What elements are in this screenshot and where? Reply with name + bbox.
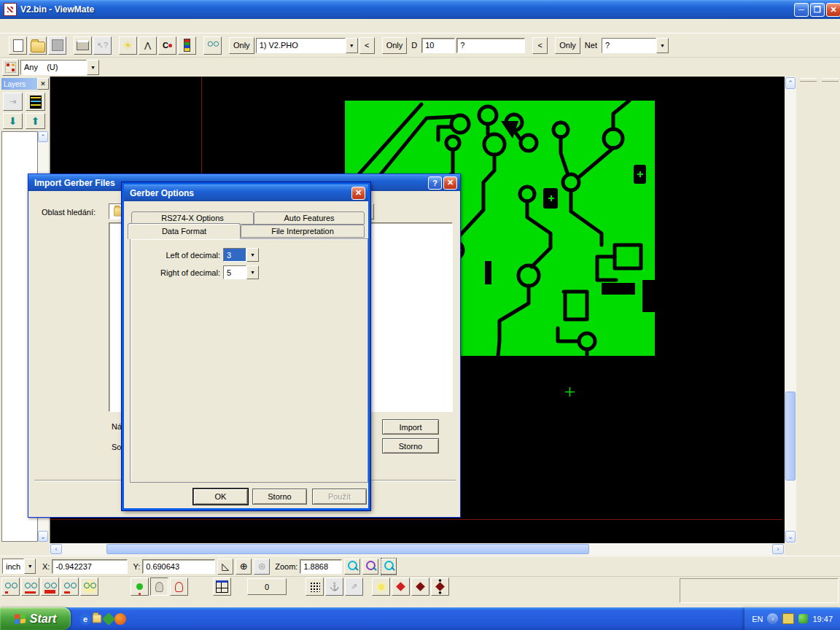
dcode-label: D [408, 38, 420, 53]
view-all-icon[interactable] [1, 578, 20, 596]
zoom-select-icon[interactable] [362, 559, 378, 575]
ok-button[interactable]: OK [193, 489, 248, 505]
chevron-down-icon[interactable]: ▼ [346, 38, 358, 53]
canvas-vscrollbar[interactable]: ⌃ ⌄ [785, 77, 796, 543]
chevron-down-icon[interactable]: ▼ [87, 60, 99, 75]
circle-film-icon[interactable]: C [158, 36, 176, 55]
zoom-label: Zoom: [275, 562, 298, 571]
tray-messenger-icon[interactable] [798, 614, 808, 623]
quicklaunch-ie-icon[interactable]: e [79, 613, 91, 625]
view-pads-icon[interactable] [41, 578, 59, 596]
canvas-hscrollbar[interactable]: ‹ › [50, 543, 785, 555]
left-of-decimal-combo[interactable]: 3 ▼ [223, 248, 259, 262]
zoom-value-input[interactable]: 1.8868 [300, 559, 342, 574]
viewmate-app-window: V2.bin - ViewMate ─ ❐ ✕ ↖? ☀ ⋀ C Only 1)… [0, 0, 840, 630]
open-file-icon[interactable] [28, 36, 47, 55]
only-dcode-button[interactable]: Only [382, 37, 408, 54]
aperture-dots-icon[interactable] [2, 59, 19, 76]
layer-up-icon[interactable]: ⬆ [26, 113, 45, 129]
titlebar[interactable]: V2.bin - ViewMate ─ ❐ ✕ [0, 0, 840, 19]
highlight-on-icon[interactable] [131, 578, 149, 596]
scroll-up-icon[interactable]: ⌃ [785, 77, 796, 89]
measure-icon[interactable]: ◺ [217, 559, 233, 575]
color-film-icon[interactable] [178, 36, 196, 55]
close-button[interactable]: ✕ [826, 3, 840, 17]
origin-icon[interactable]: ⊕ [236, 559, 252, 575]
view-lines-icon[interactable] [21, 578, 39, 596]
aperture-filter-combo[interactable]: Any (U)▼ [20, 60, 99, 75]
scroll-thumb[interactable] [785, 392, 796, 481]
anchor-icon[interactable]: ⚓ [325, 578, 343, 596]
chevron-down-icon[interactable]: ▼ [24, 559, 36, 574]
minimize-button[interactable]: ─ [794, 3, 809, 17]
only-layer-button[interactable]: Only [229, 37, 254, 54]
film-highlight-icon[interactable]: ☀ [119, 36, 137, 55]
cancel-button[interactable]: Storno [252, 489, 307, 505]
help-icon[interactable]: ? [428, 176, 442, 190]
chevron-down-icon[interactable]: ▼ [246, 248, 259, 262]
layer-colors-icon[interactable] [26, 93, 45, 111]
flash-dark-icon[interactable] [411, 578, 429, 596]
quicklaunch-firefox-icon[interactable] [114, 613, 126, 625]
layer-down-icon[interactable]: ⬇ [3, 113, 23, 129]
grid-dots-icon[interactable] [306, 578, 324, 596]
import-cancel-button[interactable]: Storno [382, 438, 439, 454]
scroll-down-icon[interactable]: ⌄ [38, 531, 48, 542]
language-indicator[interactable]: EN [752, 615, 763, 623]
tab-auto-features[interactable]: Auto Features [254, 211, 365, 225]
dcode-input[interactable]: 10 [421, 38, 455, 53]
zoom-region-icon[interactable] [381, 559, 397, 575]
scroll-down-icon[interactable]: ⌄ [785, 531, 796, 542]
quicklaunch-folder-icon[interactable] [91, 613, 103, 625]
print-icon[interactable] [74, 36, 92, 55]
scroll-left-icon[interactable]: ‹ [50, 544, 62, 554]
save-file-icon[interactable] [48, 36, 66, 55]
unit-combo[interactable]: inch▼ [2, 559, 36, 574]
dcode-back-button[interactable]: < [532, 37, 548, 54]
measure-film-icon[interactable]: ⋀ [139, 36, 157, 55]
flash-bright-icon[interactable] [372, 578, 390, 596]
zoom-in-icon[interactable] [344, 559, 360, 575]
tab-file-interpretation[interactable]: File Interpretation [241, 225, 365, 238]
move-points-icon[interactable]: ⇗ [345, 578, 363, 596]
context-help-icon[interactable]: ↖? [93, 36, 112, 55]
flash-corner-icon[interactable] [431, 578, 449, 596]
relative-origin-icon[interactable]: ⊛ [254, 559, 270, 575]
chevron-down-icon[interactable]: ▼ [246, 265, 259, 279]
gerber-dialog-titlebar[interactable]: Gerber Options ✕ [124, 184, 368, 201]
tray-notes-icon[interactable] [782, 613, 794, 624]
close-icon[interactable]: ✕ [351, 187, 365, 200]
layer-back-button[interactable]: < [359, 37, 375, 54]
scroll-thumb[interactable] [106, 544, 589, 554]
guide-line-horizontal [50, 519, 782, 520]
scroll-up-icon[interactable]: ⌃ [38, 131, 48, 142]
flash-red-icon[interactable] [392, 578, 410, 596]
view-selected-icon[interactable] [80, 578, 98, 596]
restore-button[interactable]: ❐ [810, 3, 825, 17]
y-coordinate: 0.690643 [142, 559, 215, 574]
dcode-filter-input[interactable]: ? [456, 38, 525, 53]
draw-toolbar [820, 77, 840, 83]
scroll-right-icon[interactable]: › [772, 544, 784, 554]
lamp-outline-icon[interactable] [170, 578, 188, 596]
quicklaunch-app-icon[interactable] [102, 612, 115, 625]
start-button[interactable]: Start [0, 607, 71, 630]
film-table-icon[interactable] [213, 578, 231, 596]
view-traces-icon[interactable] [61, 578, 79, 596]
apply-button[interactable]: Použít [312, 489, 367, 505]
only-net-button[interactable]: Only [555, 37, 580, 54]
new-file-icon[interactable] [9, 36, 27, 55]
close-icon[interactable]: ✕ [443, 176, 457, 190]
layer-insert-icon[interactable]: ⇥ [3, 93, 23, 111]
layer-select-combo[interactable]: 1) V2.PHO▼ [256, 38, 358, 53]
layers-close-icon[interactable]: ✕ [37, 78, 49, 90]
import-button[interactable]: Import [382, 419, 439, 435]
tab-data-format[interactable]: Data Format [128, 223, 241, 239]
right-of-decimal-combo[interactable]: 5 ▼ [223, 265, 259, 279]
lamp-off-icon[interactable] [150, 578, 168, 596]
tray-collapse-icon[interactable]: ‹ [767, 613, 778, 624]
chevron-down-icon[interactable]: ▼ [656, 38, 669, 53]
net-select-combo[interactable]: ?▼ [602, 38, 669, 53]
taskbar: Start e EN ‹ 19:47 [0, 607, 840, 630]
view-film-icon[interactable] [203, 36, 222, 55]
